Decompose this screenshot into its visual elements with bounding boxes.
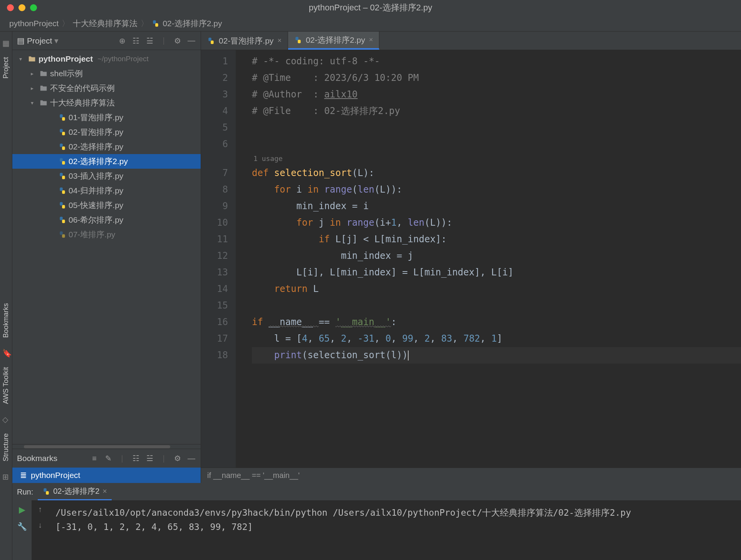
chevron-down-icon[interactable]: ▾	[19, 56, 25, 62]
collapse-all-icon[interactable]: ☱	[145, 454, 154, 463]
line-number[interactable]: 14	[201, 281, 228, 297]
bookmark-item[interactable]: ≣ pythonProject	[12, 468, 201, 483]
chevron-right-icon[interactable]: ▸	[31, 85, 37, 91]
tree-file[interactable]: 06-希尔排序.py	[12, 213, 201, 227]
svg-rect-24	[44, 488, 47, 491]
breadcrumb-folder[interactable]: 十大经典排序算法	[73, 18, 137, 29]
up-arrow-icon[interactable]: ↑	[38, 505, 42, 514]
close-icon[interactable]: ×	[369, 36, 373, 44]
line-number[interactable]: 8	[201, 181, 228, 198]
minimize-window-button[interactable]	[18, 4, 25, 11]
tree-file[interactable]: 02-冒泡排序.py	[12, 125, 201, 139]
code-text: 99	[402, 333, 413, 344]
edit-icon[interactable]: ✎	[104, 454, 113, 463]
breadcrumb-file[interactable]: 02-选择排序2.py	[163, 18, 222, 29]
line-number[interactable]: 5	[201, 119, 228, 136]
wrench-icon[interactable]: 🔧	[17, 522, 27, 531]
line-number[interactable]: 6	[201, 136, 228, 153]
rail-bookmarks[interactable]: Bookmarks	[2, 303, 10, 338]
tree-file[interactable]: 04-归并排序.py	[12, 183, 201, 198]
tree-horizontal-scrollbar[interactable]	[12, 444, 201, 449]
chevron-right-icon[interactable]: ▸	[31, 70, 37, 77]
line-number[interactable]: 2	[201, 70, 228, 86]
line-number[interactable]: 1	[201, 53, 228, 70]
tree-item-label: 02-冒泡排序.py	[69, 127, 123, 137]
line-number[interactable]: 9	[201, 198, 228, 215]
expand-all-icon[interactable]: ☷	[131, 454, 141, 463]
code-text: (selection_sort(l))	[302, 350, 408, 360]
usage-hint[interactable]: 1 usage	[252, 153, 741, 165]
window-controls	[7, 4, 37, 11]
tree-folder-shell[interactable]: ▸ shell示例	[12, 66, 201, 81]
code-text: -31	[358, 333, 374, 344]
rerun-button[interactable]: ▶	[19, 505, 25, 515]
select-opened-file-icon[interactable]: ⊕	[117, 36, 127, 45]
line-number[interactable]: 16	[201, 314, 228, 330]
hide-panel-icon[interactable]: —	[187, 454, 196, 463]
python-file-icon	[294, 36, 302, 44]
line-number[interactable]: 13	[201, 264, 228, 281]
chevron-down-icon[interactable]: ▾	[54, 36, 59, 45]
list-icon: ≣	[20, 471, 27, 480]
editor-breadcrumb[interactable]: if __name__ == '__main__'	[201, 468, 741, 483]
tree-file-selected[interactable]: 02-选择排序2.py	[12, 154, 201, 169]
gear-icon[interactable]: ⚙	[173, 36, 182, 45]
line-number[interactable]: 10	[201, 215, 228, 231]
line-number[interactable]: 3	[201, 86, 228, 103]
bookmark-icon[interactable]: 🔖	[2, 349, 10, 356]
code-text: (L):	[352, 168, 374, 178]
python-file-icon	[59, 201, 66, 209]
breadcrumb-root[interactable]: pythonProject	[9, 19, 59, 28]
chevron-down-icon[interactable]: ▾	[31, 100, 37, 106]
rail-structure[interactable]: Structure	[2, 433, 10, 461]
project-icon[interactable]: ▦	[2, 39, 10, 46]
gear-icon[interactable]: ⚙	[173, 454, 182, 463]
code-text: 2	[341, 333, 346, 344]
down-arrow-icon[interactable]: ↓	[38, 521, 42, 530]
code-content[interactable]: # -*- coding: utf-8 -*- # @Time : 2023/6…	[236, 50, 741, 468]
expand-all-icon[interactable]: ☷	[131, 36, 141, 45]
structure-icon[interactable]: ⊞	[2, 472, 10, 480]
line-number[interactable]: 18	[201, 347, 228, 364]
code-text: 02-选择排序2.py	[324, 106, 400, 116]
tree-root[interactable]: ▾ pythonProject ~/pythonProject	[12, 52, 201, 66]
line-gutter[interactable]: 1 2 3 4 5 6 7 8 9 10 11 12 13 14 15 16 1…	[201, 50, 236, 468]
collapse-all-icon[interactable]: ☱	[145, 36, 154, 45]
svg-rect-3	[62, 117, 65, 121]
tree-file[interactable]: 01-冒泡排序.py	[12, 110, 201, 125]
line-number[interactable]: 17	[201, 330, 228, 347]
close-icon[interactable]: ×	[102, 487, 107, 496]
svg-rect-0	[153, 20, 156, 23]
run-config-tab[interactable]: 02-选择排序2 ×	[38, 483, 112, 500]
tab-selection-sort[interactable]: 02-选择排序2.py ×	[288, 32, 380, 50]
code-text: __name__	[268, 317, 319, 327]
line-number[interactable]: 15	[201, 297, 228, 314]
tree-file[interactable]: 05-快速排序.py	[12, 198, 201, 213]
run-output[interactable]: /Users/ailx10/opt/anaconda3/envs/py3hack…	[49, 500, 741, 560]
filter-icon[interactable]: ≡	[90, 454, 99, 463]
close-icon[interactable]: ×	[277, 37, 282, 45]
rail-aws[interactable]: AWS Toolkit	[2, 367, 10, 404]
line-number[interactable]: 12	[201, 248, 228, 264]
tree-file[interactable]: 02-选择排序.py	[12, 139, 201, 154]
aws-icon[interactable]: ◇	[2, 415, 10, 423]
tab-bubble-sort[interactable]: 02-冒泡排序.py ×	[201, 32, 288, 50]
output-line: [-31, 0, 1, 2, 2, 4, 65, 83, 99, 782]	[55, 522, 253, 532]
hide-panel-icon[interactable]: —	[187, 36, 196, 45]
project-tree[interactable]: ▾ pythonProject ~/pythonProject ▸ shell示…	[12, 50, 201, 444]
code-editor[interactable]: 1 2 3 4 5 6 7 8 9 10 11 12 13 14 15 16 1…	[201, 50, 741, 468]
tree-folder-unsafe[interactable]: ▸ 不安全的代码示例	[12, 81, 201, 96]
code-text: 2023/6/3 10:20 PM	[324, 72, 419, 83]
maximize-window-button[interactable]	[30, 4, 37, 11]
tree-folder-sorts[interactable]: ▾ 十大经典排序算法	[12, 96, 201, 110]
code-text: (L)):	[374, 184, 402, 195]
line-number[interactable]: 4	[201, 103, 228, 119]
tree-file[interactable]: 07-堆排序.py	[12, 227, 201, 242]
tree-item-label: 04-归并排序.py	[69, 185, 123, 196]
line-number[interactable]: 11	[201, 231, 228, 248]
tree-file[interactable]: 03-插入排序.py	[12, 169, 201, 183]
svg-rect-11	[62, 176, 65, 179]
rail-project[interactable]: Project	[2, 57, 10, 79]
line-number[interactable]: 7	[201, 165, 228, 181]
close-window-button[interactable]	[7, 4, 14, 11]
